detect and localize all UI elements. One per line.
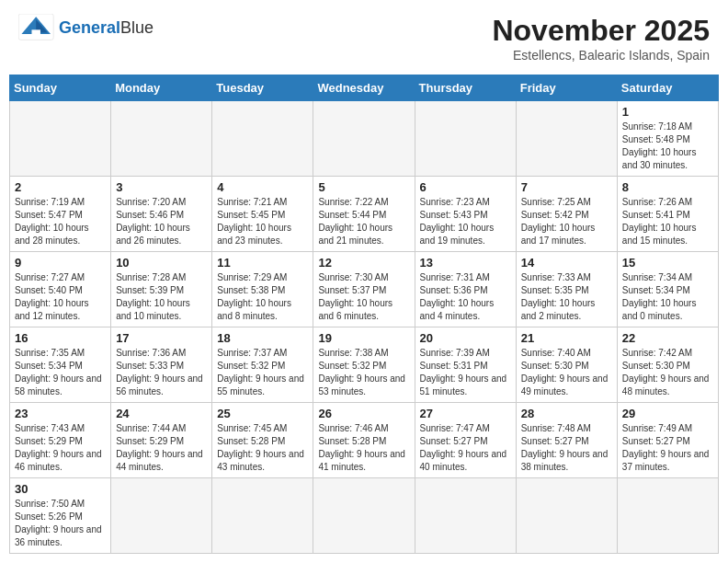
calendar-cell — [313, 101, 415, 177]
day-header-friday: Friday — [516, 75, 617, 101]
month-title: November 2025 — [492, 14, 710, 48]
day-info: Sunrise: 7:43 AM Sunset: 5:29 PM Dayligh… — [15, 422, 106, 474]
header: GeneralBlue November 2025 Estellencs, Ba… — [9, 9, 719, 67]
calendar-cell: 15Sunrise: 7:34 AM Sunset: 5:34 PM Dayli… — [617, 252, 718, 327]
logo: GeneralBlue — [18, 14, 154, 41]
day-info: Sunrise: 7:47 AM Sunset: 5:27 PM Dayligh… — [420, 422, 511, 474]
calendar-cell — [415, 478, 516, 554]
calendar-header: SundayMondayTuesdayWednesdayThursdayFrid… — [10, 75, 719, 101]
logo-text: GeneralBlue — [59, 18, 154, 38]
day-number: 8 — [622, 180, 713, 194]
calendar-week-1: 1Sunrise: 7:18 AM Sunset: 5:48 PM Daylig… — [10, 101, 719, 177]
calendar-cell: 7Sunrise: 7:25 AM Sunset: 5:42 PM Daylig… — [516, 177, 617, 252]
day-info: Sunrise: 7:31 AM Sunset: 5:36 PM Dayligh… — [420, 271, 511, 323]
calendar-cell — [10, 101, 111, 177]
calendar-week-4: 16Sunrise: 7:35 AM Sunset: 5:34 PM Dayli… — [10, 327, 719, 403]
calendar-cell: 14Sunrise: 7:33 AM Sunset: 5:35 PM Dayli… — [516, 252, 617, 327]
calendar-cell: 12Sunrise: 7:30 AM Sunset: 5:37 PM Dayli… — [313, 252, 415, 327]
calendar-cell — [516, 478, 617, 554]
calendar-cell: 18Sunrise: 7:37 AM Sunset: 5:32 PM Dayli… — [212, 327, 313, 403]
day-info: Sunrise: 7:34 AM Sunset: 5:34 PM Dayligh… — [622, 271, 713, 323]
day-number: 6 — [420, 180, 511, 194]
day-number: 5 — [318, 180, 409, 194]
day-header-saturday: Saturday — [617, 75, 718, 101]
day-number: 17 — [116, 331, 207, 345]
calendar-cell — [617, 478, 718, 554]
calendar-cell: 6Sunrise: 7:23 AM Sunset: 5:43 PM Daylig… — [415, 177, 516, 252]
calendar-cell: 10Sunrise: 7:28 AM Sunset: 5:39 PM Dayli… — [111, 252, 212, 327]
calendar-cell: 9Sunrise: 7:27 AM Sunset: 5:40 PM Daylig… — [10, 252, 111, 327]
calendar-cell: 23Sunrise: 7:43 AM Sunset: 5:29 PM Dayli… — [10, 403, 111, 478]
day-header-tuesday: Tuesday — [212, 75, 313, 101]
calendar-cell: 28Sunrise: 7:48 AM Sunset: 5:27 PM Dayli… — [516, 403, 617, 478]
day-number: 22 — [622, 331, 713, 345]
day-number: 4 — [217, 180, 308, 194]
day-number: 28 — [521, 407, 612, 420]
day-number: 13 — [420, 256, 511, 270]
day-info: Sunrise: 7:25 AM Sunset: 5:42 PM Dayligh… — [521, 196, 612, 247]
day-info: Sunrise: 7:44 AM Sunset: 5:29 PM Dayligh… — [116, 422, 207, 474]
calendar-cell — [212, 101, 313, 177]
day-number: 23 — [15, 407, 106, 420]
calendar-cell: 1Sunrise: 7:18 AM Sunset: 5:48 PM Daylig… — [617, 101, 718, 177]
calendar-week-5: 23Sunrise: 7:43 AM Sunset: 5:29 PM Dayli… — [10, 403, 719, 478]
calendar-cell: 3Sunrise: 7:20 AM Sunset: 5:46 PM Daylig… — [111, 177, 212, 252]
day-number: 18 — [217, 331, 308, 345]
day-number: 30 — [15, 482, 106, 496]
calendar-cell: 25Sunrise: 7:45 AM Sunset: 5:28 PM Dayli… — [212, 403, 313, 478]
day-info: Sunrise: 7:29 AM Sunset: 5:38 PM Dayligh… — [217, 271, 308, 323]
day-number: 29 — [622, 407, 713, 420]
day-number: 21 — [521, 331, 612, 345]
calendar-cell: 22Sunrise: 7:42 AM Sunset: 5:30 PM Dayli… — [617, 327, 718, 403]
day-info: Sunrise: 7:21 AM Sunset: 5:45 PM Dayligh… — [217, 196, 308, 247]
day-info: Sunrise: 7:27 AM Sunset: 5:40 PM Dayligh… — [15, 271, 106, 323]
day-info: Sunrise: 7:48 AM Sunset: 5:27 PM Dayligh… — [521, 422, 612, 474]
day-info: Sunrise: 7:39 AM Sunset: 5:31 PM Dayligh… — [420, 347, 511, 398]
day-info: Sunrise: 7:42 AM Sunset: 5:30 PM Dayligh… — [622, 347, 713, 398]
day-number: 1 — [622, 105, 713, 119]
day-number: 16 — [15, 331, 106, 345]
calendar-cell: 30Sunrise: 7:50 AM Sunset: 5:26 PM Dayli… — [10, 478, 111, 554]
day-info: Sunrise: 7:26 AM Sunset: 5:41 PM Dayligh… — [622, 196, 713, 247]
calendar-cell: 29Sunrise: 7:49 AM Sunset: 5:27 PM Dayli… — [617, 403, 718, 478]
calendar-week-3: 9Sunrise: 7:27 AM Sunset: 5:40 PM Daylig… — [10, 252, 719, 327]
day-number: 12 — [318, 256, 409, 270]
calendar-body: 1Sunrise: 7:18 AM Sunset: 5:48 PM Daylig… — [10, 101, 719, 554]
day-info: Sunrise: 7:30 AM Sunset: 5:37 PM Dayligh… — [318, 271, 409, 323]
day-info: Sunrise: 7:18 AM Sunset: 5:48 PM Dayligh… — [622, 121, 713, 172]
day-info: Sunrise: 7:50 AM Sunset: 5:26 PM Dayligh… — [15, 498, 106, 549]
day-info: Sunrise: 7:28 AM Sunset: 5:39 PM Dayligh… — [116, 271, 207, 323]
day-header-wednesday: Wednesday — [313, 75, 415, 101]
day-info: Sunrise: 7:35 AM Sunset: 5:34 PM Dayligh… — [15, 347, 106, 398]
calendar-cell: 19Sunrise: 7:38 AM Sunset: 5:32 PM Dayli… — [313, 327, 415, 403]
calendar-cell: 2Sunrise: 7:19 AM Sunset: 5:47 PM Daylig… — [10, 177, 111, 252]
day-info: Sunrise: 7:22 AM Sunset: 5:44 PM Dayligh… — [318, 196, 409, 247]
calendar-cell — [111, 101, 212, 177]
day-number: 10 — [116, 256, 207, 270]
day-number: 9 — [15, 256, 106, 270]
day-info: Sunrise: 7:19 AM Sunset: 5:47 PM Dayligh… — [15, 196, 106, 247]
day-number: 25 — [217, 407, 308, 420]
day-number: 26 — [318, 407, 409, 420]
calendar-cell: 27Sunrise: 7:47 AM Sunset: 5:27 PM Dayli… — [415, 403, 516, 478]
day-info: Sunrise: 7:37 AM Sunset: 5:32 PM Dayligh… — [217, 347, 308, 398]
calendar-week-2: 2Sunrise: 7:19 AM Sunset: 5:47 PM Daylig… — [10, 177, 719, 252]
calendar-cell — [516, 101, 617, 177]
calendar-cell: 17Sunrise: 7:36 AM Sunset: 5:33 PM Dayli… — [111, 327, 212, 403]
calendar-cell: 26Sunrise: 7:46 AM Sunset: 5:28 PM Dayli… — [313, 403, 415, 478]
calendar: SundayMondayTuesdayWednesdayThursdayFrid… — [9, 75, 719, 554]
day-header-thursday: Thursday — [415, 75, 516, 101]
logo-icon — [18, 14, 55, 41]
day-info: Sunrise: 7:33 AM Sunset: 5:35 PM Dayligh… — [521, 271, 612, 323]
day-number: 15 — [622, 256, 713, 270]
calendar-cell: 20Sunrise: 7:39 AM Sunset: 5:31 PM Dayli… — [415, 327, 516, 403]
day-number: 27 — [420, 407, 511, 420]
day-number: 24 — [116, 407, 207, 420]
day-info: Sunrise: 7:38 AM Sunset: 5:32 PM Dayligh… — [318, 347, 409, 398]
calendar-cell: 11Sunrise: 7:29 AM Sunset: 5:38 PM Dayli… — [212, 252, 313, 327]
day-info: Sunrise: 7:49 AM Sunset: 5:27 PM Dayligh… — [622, 422, 713, 474]
calendar-cell: 24Sunrise: 7:44 AM Sunset: 5:29 PM Dayli… — [111, 403, 212, 478]
calendar-cell: 4Sunrise: 7:21 AM Sunset: 5:45 PM Daylig… — [212, 177, 313, 252]
calendar-cell: 5Sunrise: 7:22 AM Sunset: 5:44 PM Daylig… — [313, 177, 415, 252]
svg-rect-3 — [31, 29, 40, 35]
